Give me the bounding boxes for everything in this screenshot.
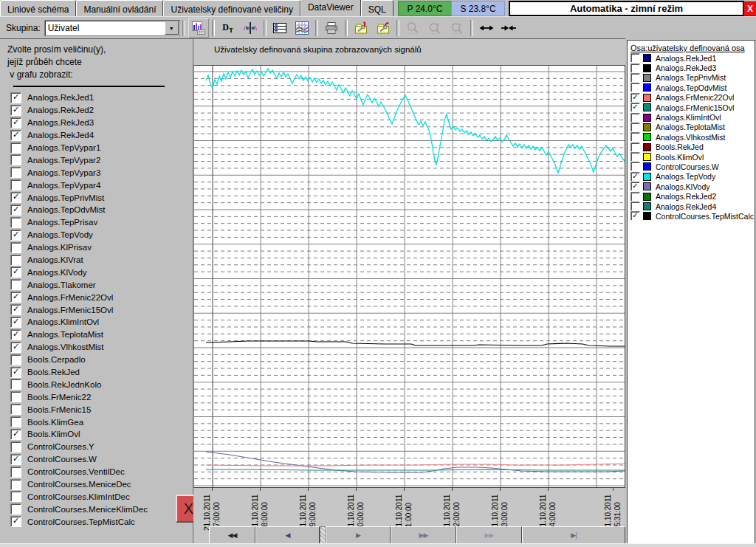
zoom-prev-icon[interactable] xyxy=(425,18,445,38)
checkbox-unchecked-icon[interactable] xyxy=(10,379,21,390)
tab-manu-ln-ovl-d-n-[interactable]: Manuální ovládání xyxy=(76,0,163,16)
tab-u-ivatelsky-definovan-veli-iny[interactable]: Uživatelsky definované veličiny xyxy=(163,0,300,16)
nav-page-right-button[interactable]: ▶▶ xyxy=(391,526,456,544)
tab-liniov-sch-ma[interactable]: Liniové schéma xyxy=(0,0,76,16)
series-color-swatch xyxy=(643,153,651,161)
checkbox-checked-icon[interactable]: ✓ xyxy=(10,292,21,303)
signal-row: ✓Analogs.FrMenic15Ovl xyxy=(0,303,193,316)
time-axis-label: 21.10.2011 12:00:00 xyxy=(442,484,461,531)
series-color-swatch xyxy=(643,123,651,131)
checkbox-checked-icon[interactable]: ✓ xyxy=(10,516,21,527)
checkbox-unchecked-icon[interactable] xyxy=(630,113,640,123)
checkbox-unchecked-icon[interactable] xyxy=(630,142,640,152)
checkbox-checked-icon[interactable]: ✓ xyxy=(10,204,21,216)
legend-row: Analogs.KlimIntOvl xyxy=(629,112,753,122)
tab-sql[interactable]: SQL xyxy=(361,0,394,16)
checkbox-unchecked-icon[interactable] xyxy=(10,391,21,402)
checkbox-unchecked-icon[interactable] xyxy=(10,354,21,365)
legend-label: Analogs.RekJed3 xyxy=(656,63,716,72)
checkbox-unchecked-icon[interactable] xyxy=(10,167,21,178)
import-settings-icon[interactable] xyxy=(351,18,371,38)
signal-label: Analogs.TeplotaMist xyxy=(27,330,103,339)
compress-horizontal-icon[interactable] xyxy=(498,18,519,38)
series-analogs-frmenic15ovl xyxy=(206,469,625,470)
checkbox-unchecked-icon[interactable] xyxy=(10,242,21,253)
legend-row: ✓Analogs.TepVody xyxy=(629,172,753,182)
signal-row: Analogs.TepVypar3 xyxy=(0,166,193,179)
curve-cursor-icon[interactable] xyxy=(240,18,261,38)
grid-chart-icon[interactable] xyxy=(292,18,312,38)
checkbox-unchecked-icon[interactable] xyxy=(630,192,640,202)
histogram-icon[interactable] xyxy=(188,18,209,38)
signal-label: Analogs.TepVypar3 xyxy=(27,168,100,177)
checkbox-unchecked-icon[interactable] xyxy=(10,279,21,290)
checkbox-unchecked-icon[interactable] xyxy=(630,162,640,171)
checkbox-unchecked-icon[interactable] xyxy=(10,404,21,415)
tab-dataviewer[interactable]: DataViewer xyxy=(300,0,361,16)
signal-row: ControlCourses.MeniceDec xyxy=(0,478,193,491)
checkbox-checked-icon[interactable]: ✓ xyxy=(630,103,640,112)
legend-label: Analogs.TepVody xyxy=(656,172,715,181)
checkbox-unchecked-icon[interactable] xyxy=(10,179,21,190)
checkbox-checked-icon[interactable]: ✓ xyxy=(630,211,640,221)
checkbox-unchecked-icon[interactable] xyxy=(630,83,640,92)
checkbox-checked-icon[interactable]: ✓ xyxy=(630,172,640,182)
dt-icon[interactable]: DT xyxy=(218,18,238,38)
nav-page-left-button[interactable]: ◀ xyxy=(255,526,320,544)
checkbox-checked-icon[interactable]: ✓ xyxy=(10,454,21,465)
checkbox-unchecked-icon[interactable] xyxy=(630,132,640,142)
checkbox-checked-icon[interactable]: ✓ xyxy=(630,182,640,191)
checkbox-checked-icon[interactable]: ✓ xyxy=(10,266,21,278)
divider xyxy=(13,86,165,87)
checkbox-unchecked-icon[interactable] xyxy=(10,154,21,165)
checkbox-unchecked-icon[interactable] xyxy=(630,152,640,162)
print-icon[interactable] xyxy=(321,18,342,38)
checkbox-checked-icon[interactable]: ✓ xyxy=(10,317,21,328)
list-view-icon[interactable] xyxy=(269,18,290,38)
checkbox-unchecked-icon[interactable] xyxy=(10,217,21,228)
series-color-swatch xyxy=(643,182,651,190)
checkbox-unchecked-icon[interactable] xyxy=(630,63,640,73)
signal-label: ControlCourses.W xyxy=(27,455,97,464)
checkbox-unchecked-icon[interactable] xyxy=(10,467,21,478)
checkbox-checked-icon[interactable]: ✓ xyxy=(10,92,21,103)
checkbox-unchecked-icon[interactable] xyxy=(10,503,21,515)
checkbox-checked-icon[interactable]: ✓ xyxy=(10,304,21,315)
nav-go-first-button[interactable]: ◀◀ xyxy=(209,526,255,544)
export-settings-icon[interactable] xyxy=(373,18,394,38)
signal-label: Analogs.KlPrisav xyxy=(27,243,92,252)
checkbox-checked-icon[interactable]: ✓ xyxy=(10,130,21,141)
checkbox-unchecked-icon[interactable] xyxy=(10,441,21,453)
chevron-down-icon[interactable]: ▼ xyxy=(165,21,179,35)
checkbox-checked-icon[interactable]: ✓ xyxy=(10,105,21,116)
checkbox-unchecked-icon[interactable] xyxy=(630,53,640,63)
checkbox-checked-icon[interactable]: ✓ xyxy=(10,329,21,340)
nav-jump-right-button[interactable]: ▶▶ xyxy=(456,526,522,544)
checkbox-checked-icon[interactable]: ✓ xyxy=(10,117,21,128)
checkbox-checked-icon[interactable]: ✓ xyxy=(10,367,21,378)
signal-row: Bools.FrMenic22 xyxy=(0,391,193,403)
checkbox-checked-icon[interactable]: ✓ xyxy=(10,230,21,241)
checkbox-checked-icon[interactable]: ✓ xyxy=(630,93,640,103)
checkbox-checked-icon[interactable]: ✓ xyxy=(10,342,21,353)
checkbox-checked-icon[interactable]: ✓ xyxy=(10,429,21,440)
nav-go-last-button[interactable]: ▶| xyxy=(522,526,625,544)
group-select[interactable]: Uživatel ▼ xyxy=(44,20,180,36)
app-close-button[interactable]: X xyxy=(743,1,756,16)
checkbox-unchecked-icon[interactable] xyxy=(630,73,640,83)
checkbox-unchecked-icon[interactable] xyxy=(10,255,21,266)
checkbox-unchecked-icon[interactable] xyxy=(630,202,640,211)
checkbox-unchecked-icon[interactable] xyxy=(10,142,21,154)
signal-label: Bools.RekJed xyxy=(27,368,80,376)
expand-horizontal-icon[interactable] xyxy=(476,18,497,38)
zoom-next-icon[interactable] xyxy=(447,18,467,38)
checkbox-unchecked-icon[interactable] xyxy=(630,123,640,132)
checkbox-unchecked-icon[interactable] xyxy=(10,479,21,490)
chart-plot-area[interactable] xyxy=(193,65,625,488)
signal-label: Analogs.TepVypar2 xyxy=(27,156,100,165)
checkbox-unchecked-icon[interactable] xyxy=(10,491,21,502)
checkbox-checked-icon[interactable]: ✓ xyxy=(10,192,21,203)
checkbox-unchecked-icon[interactable] xyxy=(10,416,21,427)
zoom-reset-icon[interactable] xyxy=(402,18,423,38)
nav-step-right-button[interactable]: ▶ xyxy=(326,526,391,544)
